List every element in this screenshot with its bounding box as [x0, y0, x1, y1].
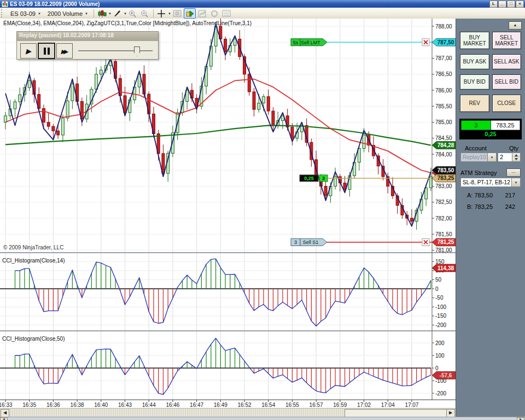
buy-bid-button[interactable]: BUY BID [460, 74, 489, 90]
svg-text:16:47: 16:47 [190, 402, 203, 408]
time-axis: 16:3316:3516:3616:3816:4016:4316:4416:46… [0, 400, 419, 408]
svg-text:-50: -50 [435, 295, 444, 301]
svg-text:16:49: 16:49 [214, 402, 228, 408]
chart-area[interactable]: 5sSell LMT3Sell S10,253788,00787,50787,0… [0, 19, 456, 408]
chart-trader-icon[interactable] [197, 9, 208, 18]
close-button[interactable]: × [516, 1, 524, 8]
instrument-selector[interactable]: ES 03-09 ▼ [7, 9, 44, 18]
replay-speed-slider[interactable] [78, 45, 155, 56]
collapse-panel-button[interactable]: ▲ [509, 21, 522, 30]
chevron-down-icon[interactable]: ▼ [487, 153, 496, 161]
window-bottom-scrollbar[interactable]: ◀ ▶ [0, 417, 525, 420]
ask-size-value: 217 [505, 192, 515, 199]
svg-text:114,38: 114,38 [438, 265, 454, 271]
svg-text:100: 100 [435, 353, 445, 359]
panel-frame [0, 19, 456, 400]
cci14-panel-label: CCI_Histogram(Close,14) [2, 258, 65, 264]
indicator-list-label: EMA(Close,34), EMA(Close,204), ZigZagUTC… [3, 20, 252, 26]
interval-selector[interactable]: 2000 Volume ▼ [44, 9, 91, 18]
data-box-icon[interactable] [221, 9, 232, 18]
svg-text:782,50: 782,50 [435, 199, 452, 205]
svg-text:0: 0 [435, 286, 439, 292]
chevron-down-icon[interactable]: ▼ [511, 178, 520, 186]
reload-icon[interactable] [209, 9, 220, 18]
ninjatrader-chart-window: ES 03-09 18.02.2009 (2000 Volume) L _ □ … [0, 0, 525, 420]
replay-pause-button[interactable] [38, 43, 55, 59]
reverse-button[interactable]: REV [460, 95, 489, 112]
replay-panel-title[interactable]: Replay (paused) 18.02.2009 17:08:18 [17, 32, 158, 41]
svg-text:17:04: 17:04 [381, 402, 395, 408]
scroll-right-button[interactable]: ▶ [446, 409, 455, 417]
ema204-line [5, 125, 431, 145]
sell-bid-button[interactable]: SELL BID [492, 74, 522, 90]
chevron-down-icon: ▼ [38, 12, 41, 15]
svg-text:0: 0 [435, 365, 439, 371]
snapshot-icon[interactable] [172, 9, 183, 18]
chevron-down-icon: ▼ [85, 12, 88, 15]
sell-ask-button[interactable]: SELL ASK [492, 54, 522, 69]
svg-text:-100: -100 [435, 304, 446, 310]
svg-text:16:59: 16:59 [333, 402, 347, 408]
window-title: ES 03-09 18.02.2009 (2000 Volume) [10, 1, 100, 7]
chevron-down-icon[interactable]: ▼ [108, 12, 112, 15]
cci50-pane: 2001000-100-200-57,6 [0, 338, 456, 396]
chart-horizontal-scrollbar[interactable]: ◀ ▶ [0, 408, 456, 417]
account-select[interactable]: Replay101 ▼ [460, 153, 497, 162]
svg-text:16:33: 16:33 [0, 402, 13, 408]
scroll-right-button[interactable]: ▶ [517, 417, 524, 420]
buy-ask-button[interactable]: BUY ASK [460, 54, 489, 69]
chevron-down-icon[interactable]: ▼ [124, 12, 127, 15]
slider-thumb[interactable] [134, 46, 140, 56]
sell-market-button[interactable]: SELL MARKET [492, 32, 522, 49]
svg-text:17:02: 17:02 [357, 402, 371, 408]
buy-market-button[interactable]: BUY MARKET [460, 32, 489, 49]
qty-down-button[interactable] [512, 158, 520, 162]
minimize-button[interactable]: _ [498, 1, 506, 8]
strategy-icon[interactable] [184, 8, 196, 19]
replay-play-button[interactable] [20, 43, 37, 59]
cancel-order-button[interactable] [422, 238, 429, 246]
svg-text:16:52: 16:52 [237, 402, 251, 408]
atm-strategy-value: SL-8, PT-17, EB-12 [461, 179, 511, 185]
svg-text:784,00: 784,00 [435, 151, 452, 158]
svg-text:16:57: 16:57 [310, 402, 323, 408]
svg-text:0,25: 0,25 [304, 176, 314, 181]
chart-canvas[interactable]: 5sSell LMT3Sell S10,253788,00787,50787,0… [0, 19, 456, 408]
svg-text:-200: -200 [435, 390, 446, 396]
cancel-order-button[interactable] [422, 39, 429, 46]
qty-up-button[interactable] [512, 153, 520, 158]
replay-fast-forward-button[interactable] [56, 43, 73, 59]
svg-text:16:38: 16:38 [71, 402, 84, 408]
fast-forward-icon [61, 47, 68, 55]
svg-text:50: 50 [435, 277, 442, 283]
svg-text:783,00: 783,00 [435, 183, 452, 189]
crosshair-icon[interactable] [156, 9, 167, 18]
scrollbar-thumb[interactable] [345, 409, 448, 417]
atm-more-button[interactable]: ... [506, 168, 521, 177]
svg-text:16:40: 16:40 [94, 402, 108, 408]
svg-text:783,50: 783,50 [438, 167, 454, 173]
zoom-in-icon[interactable] [127, 9, 138, 18]
restore-button[interactable]: □ [507, 1, 515, 8]
svg-text:150: 150 [435, 259, 445, 265]
svg-text:Sell LMT: Sell LMT [301, 40, 320, 45]
zoom-out-icon[interactable] [139, 9, 150, 18]
drawing-tools-icon[interactable] [112, 9, 123, 18]
svg-text:17:07: 17:07 [405, 402, 418, 408]
toolbar-grip[interactable] [1, 9, 5, 18]
instrument-label: ES 03-09 [10, 10, 36, 17]
svg-text:3: 3 [322, 176, 325, 181]
link-window-button[interactable]: L [489, 1, 498, 8]
svg-text:786,00: 786,00 [435, 88, 452, 94]
bid-price-label: B: 783,25 [467, 203, 493, 210]
chart-style-icon[interactable] [97, 9, 108, 18]
chevron-down-icon[interactable]: ▼ [168, 12, 171, 15]
pause-icon [44, 48, 50, 55]
svg-text:16:36: 16:36 [46, 402, 60, 408]
window-titlebar[interactable]: ES 03-09 18.02.2009 (2000 Volume) L _ □ … [0, 0, 525, 8]
scroll-left-button[interactable]: ◀ [1, 409, 9, 417]
atm-strategy-select[interactable]: SL-8, PT-17, EB-12 ▼ [460, 178, 521, 187]
scroll-left-button[interactable]: ◀ [0, 417, 8, 420]
close-position-button[interactable]: CLOSE [492, 95, 522, 112]
quantity-stepper[interactable]: 2 [498, 153, 521, 162]
